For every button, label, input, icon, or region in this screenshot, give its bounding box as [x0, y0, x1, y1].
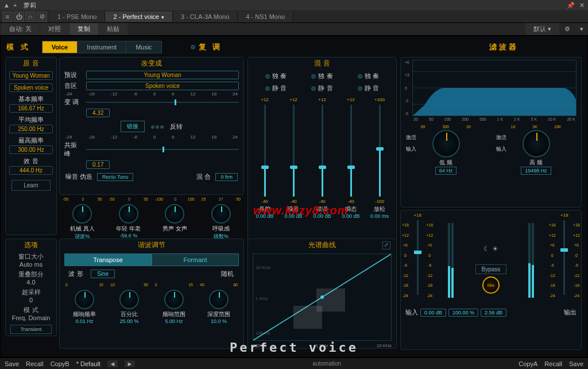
original-title: 原 音 [6, 57, 56, 70]
output-gain-slider[interactable] [563, 220, 565, 295]
winsize-value[interactable]: Auto ms [6, 261, 56, 268]
orig-spoken[interactable]: Spoken voice [9, 83, 53, 92]
transpose-tab[interactable]: Transpose [64, 253, 152, 266]
nasal-slider[interactable] [264, 105, 266, 197]
automation-off[interactable]: 自动: 关 [1, 23, 40, 35]
pin-icon[interactable]: 📌 [567, 2, 575, 9]
triangle-icon[interactable]: ▲ [3, 2, 10, 9]
basefreq-value[interactable]: 166.67 Hz [9, 104, 53, 113]
blend-value[interactable]: 0 frm [215, 173, 238, 181]
copya-button[interactable]: CopyA [519, 360, 537, 367]
copyb-button[interactable]: CopyB [51, 360, 69, 367]
noise-slider[interactable] [293, 105, 295, 197]
overlap-value[interactable]: 4.0 [6, 279, 56, 286]
mode-music-button[interactable]: Music [126, 41, 161, 53]
age-knob[interactable] [119, 204, 138, 224]
default-preset[interactable]: * Default [76, 360, 100, 367]
filter-title: 滤波器 [489, 42, 519, 52]
gender-knob[interactable] [165, 204, 184, 224]
tab-perfect-voice[interactable]: 2 - Perfect voice▾ [105, 11, 172, 22]
poly-indicator[interactable] [191, 45, 195, 49]
formant-value[interactable]: 0.17 [86, 160, 110, 169]
depth-knob[interactable] [209, 290, 229, 309]
mode-value[interactable]: Freq. Domain [6, 314, 56, 321]
mute-dot-1[interactable] [265, 86, 270, 91]
save-button-right[interactable]: Save [569, 360, 583, 367]
prev-preset-button[interactable]: ◄ [107, 360, 118, 367]
next-preset-button[interactable]: ► [125, 360, 135, 367]
input-gain-slider[interactable] [417, 220, 419, 295]
fx-value[interactable]: 444.0 Hz [9, 166, 53, 175]
random-label[interactable]: 随机 [217, 270, 238, 278]
learn-button[interactable]: Learn [11, 180, 51, 191]
range-knob[interactable] [164, 290, 184, 309]
lowfreq-knob[interactable] [432, 130, 460, 157]
percent-knob[interactable] [119, 290, 139, 309]
copy-button[interactable]: 复制 [69, 23, 98, 35]
formant-slider[interactable] [86, 145, 239, 153]
orig-young-woman[interactable]: Young Woman [9, 71, 53, 80]
power-icon[interactable]: ⏻ [14, 11, 24, 22]
oversample-value[interactable]: 0 [6, 297, 56, 303]
transient-button[interactable]: Transient [10, 325, 52, 334]
filter-panel: +6 +3 0 -3 -6 20501002005001 K2 K5 K10 K… [400, 57, 582, 207]
paste-button[interactable]: 粘贴 [99, 23, 127, 35]
solo-dot-2[interactable] [311, 74, 316, 79]
svg-point-6 [320, 295, 324, 299]
filter-plot[interactable]: +6 +3 0 -3 -6 [412, 60, 577, 116]
save-button-left[interactable]: Save [5, 360, 19, 367]
mix-knob[interactable]: Mix [482, 276, 500, 294]
region-value[interactable]: Spoken voice [86, 82, 239, 90]
bypass-icon[interactable]: ⊘ [37, 11, 47, 22]
pitch-value[interactable]: 4.32 [86, 109, 110, 117]
mute-dot-2[interactable] [311, 86, 316, 91]
mode-label: 模 式 [6, 42, 30, 52]
wave-value[interactable]: Sine [91, 270, 115, 278]
gear-icon[interactable]: ⚙ [560, 25, 575, 33]
relax-slider[interactable] [379, 105, 381, 197]
mode-instrument-button[interactable]: Instrument [78, 41, 126, 53]
formant-tab[interactable]: Formant [152, 253, 239, 266]
link-button[interactable]: 链接 [121, 121, 145, 132]
reverse-label[interactable]: 反转 [170, 122, 183, 131]
solo-dot-3[interactable] [358, 74, 362, 79]
error-slider[interactable] [322, 105, 323, 197]
avgfreq-value[interactable]: 250.00 Hz [9, 125, 53, 133]
maxfreq-value[interactable]: 300.00 Hz [9, 145, 53, 154]
output-meter [528, 223, 534, 298]
out-gain-value[interactable]: 2.56 dB [481, 309, 506, 317]
freq-knob[interactable] [75, 290, 94, 309]
plus-icon[interactable]: + [13, 2, 17, 9]
bars-icon[interactable]: ≡ [2, 11, 13, 22]
recall-button-right[interactable]: Recall [544, 360, 562, 367]
mix-value[interactable]: 100.00 % [448, 309, 478, 317]
poly-label: 复 调 [199, 42, 223, 52]
tab-ns1-mono[interactable]: 4 - NS1 Mono [238, 11, 293, 22]
moon-icon[interactable]: ☾ ☀ [483, 245, 498, 253]
highfreq-knob[interactable] [523, 130, 550, 157]
recall-button-left[interactable]: Recall [26, 360, 44, 367]
transient-slider[interactable] [350, 105, 352, 197]
noise-value[interactable]: Recto Tono [97, 173, 133, 181]
expand-icon[interactable]: ⤢ [382, 241, 390, 249]
mode-voice-button[interactable]: Voice [42, 41, 78, 53]
close-icon[interactable]: ✕ [579, 2, 585, 9]
compare-button[interactable]: 对照 [40, 23, 69, 35]
preset-dropdown[interactable]: 默认 ▾ [525, 23, 559, 35]
headphones-icon[interactable]: ∩ [25, 11, 36, 22]
mech-knob[interactable] [72, 204, 92, 224]
chevron-down-icon[interactable]: ▾ [161, 14, 164, 20]
pitch-slider[interactable] [86, 98, 239, 106]
bypass-button[interactable]: Bypass [475, 264, 507, 274]
tab-cla3a-mono[interactable]: 3 - CLA-3A Mono [173, 11, 238, 22]
highfreq-value[interactable]: 19498 Hz [521, 167, 551, 175]
preset-value[interactable]: Young Woman [86, 71, 239, 79]
spectrum-plot[interactable]: 10 KHz 1 KHz 100 Hz [253, 253, 392, 341]
lowfreq-value[interactable]: 64 Hz [435, 167, 457, 175]
mute-dot-3[interactable] [358, 86, 362, 91]
tab-pse-mono[interactable]: 1 - PSE Mono [49, 11, 105, 22]
breath-knob[interactable] [211, 204, 231, 224]
chevron-down-icon[interactable]: ▾ [575, 25, 588, 33]
in-gain-value[interactable]: 0.00 dB [420, 309, 446, 317]
solo-dot-1[interactable] [265, 74, 270, 79]
